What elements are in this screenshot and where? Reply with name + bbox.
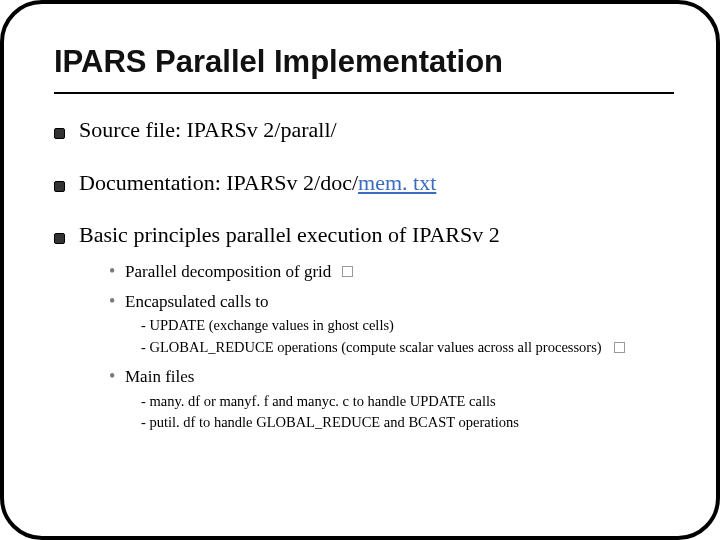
square-bullet-icon [54,233,65,244]
bullet-label: Basic principles parallel execution of I… [79,222,500,247]
sub-item-text: Main files [125,367,194,386]
sub-item: Main files - many. df or manyf. f and ma… [109,365,674,434]
bullet-item: Source file: IPARSv 2/parall/ [54,116,674,145]
bullet-item: Documentation: IPARSv 2/doc/mem. txt [54,169,674,198]
sub-bullet-list: Parallel decomposition of grid Encapsula… [79,260,674,434]
sub-item-text: Encapsulated calls to [125,292,269,311]
sub-item: Parallel decomposition of grid [109,260,674,284]
sub-item: Encapsulated calls to - UPDATE (exchange… [109,290,674,359]
bullet-text: Documentation: IPARSv 2/doc/mem. txt [79,169,674,198]
placeholder-box-icon [614,342,625,353]
dash-text: - GLOBAL_REDUCE operations (compute scal… [141,337,602,359]
bullet-item: Basic principles parallel execution of I… [54,221,674,440]
dash-line: - many. df or manyf. f and manyc. c to h… [141,391,674,413]
square-bullet-icon [54,128,65,139]
slide-frame: IPARS Parallel Implementation Source fil… [0,0,720,540]
dash-line: - GLOBAL_REDUCE operations (compute scal… [141,337,674,359]
bullet-text: Source file: IPARSv 2/parall/ [79,116,674,145]
bullet-text: Basic principles parallel execution of I… [79,221,674,440]
title-underline [54,92,674,94]
dash-line: - putil. df to handle GLOBAL_REDUCE and … [141,412,674,434]
dash-text: - putil. df to handle GLOBAL_REDUCE and … [141,412,519,434]
doc-link[interactable]: mem. txt [358,170,436,195]
sub-item-text: Parallel decomposition of grid [125,262,331,281]
main-bullet-list: Source file: IPARSv 2/parall/ Documentat… [54,116,674,440]
dash-text: - many. df or manyf. f and manyc. c to h… [141,391,496,413]
bullet-prefix: Documentation: IPARSv 2/doc/ [79,170,358,195]
square-bullet-icon [54,181,65,192]
dash-text: - UPDATE (exchange values in ghost cells… [141,315,394,337]
dash-group: - UPDATE (exchange values in ghost cells… [141,315,674,359]
placeholder-box-icon [342,266,353,277]
dash-group: - many. df or manyf. f and manyc. c to h… [141,391,674,435]
slide-title: IPARS Parallel Implementation [54,44,674,80]
dash-line: - UPDATE (exchange values in ghost cells… [141,315,674,337]
